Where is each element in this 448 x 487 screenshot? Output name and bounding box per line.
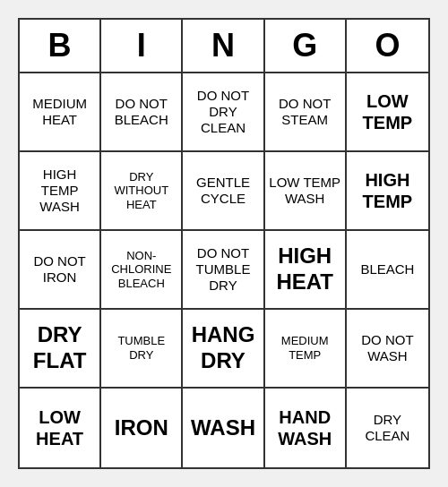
header-letter: O (347, 20, 428, 72)
bingo-cell: WASH (183, 389, 264, 467)
bingo-cell: MEDIUM HEAT (20, 73, 101, 152)
bingo-cell: LOW TEMP WASH (265, 152, 347, 231)
cell-text: DO NOT BLEACH (105, 96, 177, 128)
cell-text: GENTLE CYCLE (186, 175, 259, 207)
header-letter: G (265, 20, 347, 72)
bingo-cell: LOW TEMP (347, 73, 428, 152)
bingo-cell: TUMBLE DRY (101, 310, 183, 389)
cell-text: DO NOT IRON (23, 253, 96, 286)
header-letter: N (183, 20, 264, 72)
bingo-cell: DRY CLEAN (347, 389, 428, 467)
bingo-cell: DRY FLAT (20, 310, 101, 389)
bingo-cell: HIGH HEAT (265, 231, 347, 310)
bingo-cell: HIGH TEMP (347, 152, 428, 231)
bingo-cell: DO NOT IRON (20, 231, 101, 310)
bingo-cell: HAND WASH (265, 389, 347, 467)
bingo-grid: MEDIUM HEATDO NOT BLEACHDO NOT DRY CLEAN… (20, 73, 428, 467)
cell-text: HAND WASH (269, 406, 341, 449)
bingo-cell: MEDIUM TEMP (265, 310, 347, 389)
cell-text: DO NOT DRY CLEAN (186, 88, 259, 136)
cell-text: DRY CLEAN (350, 412, 425, 444)
bingo-cell: GENTLE CYCLE (183, 152, 264, 231)
bingo-card: BINGO MEDIUM HEATDO NOT BLEACHDO NOT DRY… (18, 18, 430, 469)
bingo-cell: IRON (101, 389, 183, 467)
cell-text: BLEACH (360, 261, 414, 278)
cell-text: MEDIUM TEMP (269, 334, 341, 362)
cell-text: DO NOT WASH (350, 332, 425, 364)
bingo-cell: DO NOT TUMBLE DRY (183, 231, 264, 310)
cell-text: HIGH TEMP WASH (23, 167, 96, 215)
cell-text: LOW HEAT (23, 406, 96, 449)
cell-text: TUMBLE DRY (105, 334, 177, 362)
bingo-cell: HANG DRY (183, 310, 264, 389)
cell-text: DRY FLAT (23, 322, 96, 374)
cell-text: LOW TEMP WASH (269, 175, 341, 207)
bingo-cell: BLEACH (347, 231, 428, 310)
bingo-cell: NON-CHLORINE BLEACH (101, 231, 183, 310)
header-letter: B (20, 20, 101, 72)
bingo-cell: HIGH TEMP WASH (20, 152, 101, 231)
cell-text: WASH (191, 415, 255, 441)
cell-text: DO NOT STEAM (269, 96, 341, 128)
bingo-cell: LOW HEAT (20, 389, 101, 467)
bingo-cell: DO NOT WASH (347, 310, 428, 389)
cell-text: HIGH HEAT (269, 244, 341, 295)
cell-text: DRY WITHOUT HEAT (105, 170, 177, 212)
header-letter: I (101, 20, 183, 72)
bingo-cell: DO NOT BLEACH (101, 73, 183, 152)
cell-text: IRON (115, 415, 168, 441)
cell-text: HIGH TEMP (350, 169, 425, 212)
bingo-cell: DRY WITHOUT HEAT (101, 152, 183, 231)
bingo-cell: DO NOT STEAM (265, 73, 347, 152)
bingo-cell: DO NOT DRY CLEAN (183, 73, 264, 152)
cell-text: LOW TEMP (350, 90, 425, 133)
bingo-header: BINGO (20, 20, 428, 73)
cell-text: HANG DRY (186, 322, 259, 374)
cell-text: MEDIUM HEAT (23, 96, 96, 128)
cell-text: NON-CHLORINE BLEACH (105, 249, 177, 291)
cell-text: DO NOT TUMBLE DRY (186, 245, 259, 294)
